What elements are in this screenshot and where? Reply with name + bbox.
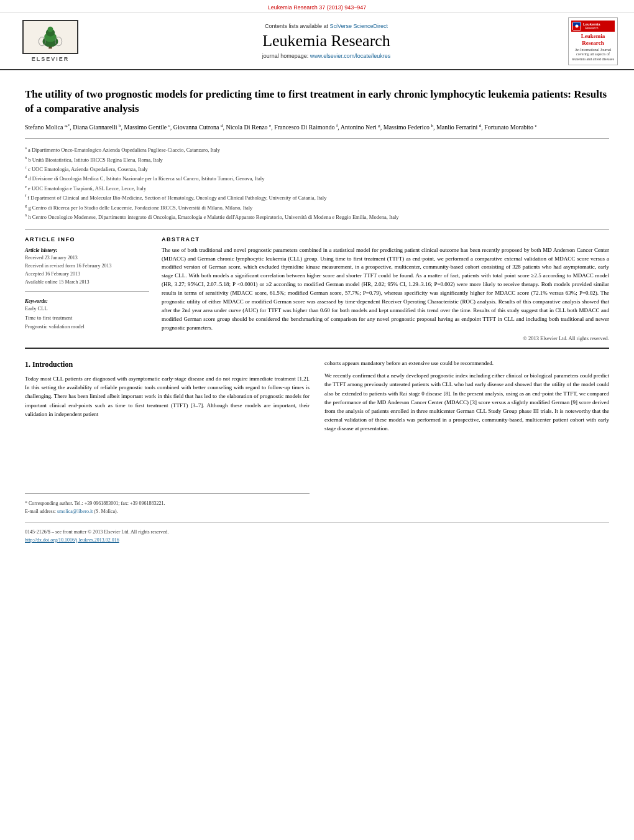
homepage-line: journal homepage: www.elsevier.com/locat… — [262, 53, 391, 59]
journal-logo-area: Leukemia Research LeukemiaResearch An In… — [562, 17, 624, 65]
divider-affiliations — [25, 138, 609, 139]
homepage-url[interactable]: www.elsevier.com/locate/leukres — [310, 53, 391, 59]
body-col-left: 1. Introduction Today most CLL patients … — [25, 359, 310, 516]
accepted-date: Accepted 16 February 2013 — [25, 270, 149, 279]
lr-logo-header: Leukemia Research — [571, 21, 615, 32]
email-name: (S. Molica). — [94, 509, 117, 514]
elsevier-logo-area: ELSEVIER — [10, 17, 91, 65]
email-label: E-mail address: — [25, 509, 56, 514]
abstract-column: ABSTRACT The use of both traditional and… — [162, 236, 609, 341]
received-date: Received 23 January 2013 — [25, 254, 149, 262]
keywords-label: Keywords: — [25, 298, 149, 304]
article-info-block: Article history: Received 23 January 201… — [25, 246, 149, 287]
corresponding-author-note: * Corresponding author. Tel.: +39 096188… — [25, 500, 310, 516]
abstract-heading: ABSTRACT — [162, 236, 609, 242]
keywords-block: Keywords: Early CLL Time to first treatm… — [25, 298, 149, 331]
affiliation-f: f f Department of Clinical and Molecular… — [25, 193, 609, 202]
affiliation-e: e e UOC Ematologia e Trapianti, ASL Lecc… — [25, 183, 609, 193]
available-date: Available online 15 March 2013 — [25, 279, 149, 287]
affiliation-d: d d Divisione di Oncologia Medica C, Ist… — [25, 173, 609, 183]
tree-icon — [35, 25, 66, 50]
journal-header-center: Contents lists available at SciVerse Sci… — [91, 17, 562, 65]
contents-text: Contents lists available at — [265, 23, 330, 29]
affiliation-g: g g Centro di Ricerca per lo Studio dell… — [25, 203, 609, 212]
footnote-area: * Corresponding author. Tel.: +39 096188… — [25, 493, 310, 516]
intro-heading: 1. Introduction — [25, 359, 310, 371]
doi-link: http://dx.doi.org/10.1016/j.leukres.2013… — [25, 537, 609, 543]
body-col-right: cohorts appears mandatory before an exte… — [324, 359, 609, 516]
affiliations: a a Dipartimento Onco-Ematologico Aziend… — [25, 145, 609, 221]
article-title: The utility of two prognostic models for… — [25, 88, 609, 116]
lr-flag-icon — [573, 22, 581, 30]
history-label: Article history: — [25, 246, 149, 255]
affiliation-c: c c UOC Ematologia, Azienda Ospedaliera,… — [25, 164, 609, 173]
license-text: 0145-2126/$ – see front matter © 2013 El… — [25, 529, 609, 535]
abstract-copyright: © 2013 Elsevier Ltd. All rights reserved… — [162, 335, 609, 341]
page-footer: 0145-2126/$ – see front matter © 2013 El… — [25, 522, 609, 543]
svg-point-4 — [48, 27, 53, 32]
leukemia-logo-box: Leukemia Research LeukemiaResearch An In… — [568, 17, 618, 65]
divider-keywords — [25, 291, 149, 292]
received-revised-date: Received in revised form 16 February 201… — [25, 262, 149, 270]
elsevier-tree-logo — [22, 20, 78, 54]
keyword-2: Time to first treatment — [25, 313, 149, 322]
page: Leukemia Research 37 (2013) 943–947 — [0, 0, 634, 840]
authors-line: Stefano Molica a,*, Diana Giannarelli b,… — [25, 122, 609, 132]
journal-title: Leukemia Research — [262, 32, 390, 50]
body-two-col: 1. Introduction Today most CLL patients … — [25, 359, 609, 516]
lr-small: An International Journalcovering all asp… — [571, 48, 615, 62]
divider-article-info — [25, 229, 609, 230]
corresponding-text: * Corresponding author. Tel.: +39 096188… — [25, 501, 165, 506]
article-info-column: ARTICLE INFO Article history: Received 2… — [25, 236, 149, 341]
affiliation-h: h h Centro Oncologico Modenese, Dipartim… — [25, 212, 609, 221]
main-content: The utility of two prognostic models for… — [0, 70, 634, 549]
contents-line: Contents lists available at SciVerse Sci… — [265, 23, 388, 29]
journal-citation: Leukemia Research 37 (2013) 943–947 — [268, 4, 367, 11]
keyword-3: Prognostic validation model — [25, 322, 149, 331]
journal-header: ELSEVIER Contents lists available at Sci… — [0, 12, 634, 70]
footnote-divider — [25, 493, 310, 494]
svg-point-9 — [576, 25, 579, 28]
article-info-heading: ARTICLE INFO — [25, 236, 149, 242]
journal-top-bar: Leukemia Research 37 (2013) 943–947 — [0, 0, 634, 12]
article-info-abstract: ARTICLE INFO Article history: Received 2… — [25, 236, 609, 341]
affiliation-a: a a Dipartimento Onco-Ematologico Aziend… — [25, 145, 609, 154]
lr-title: LeukemiaResearch — [571, 33, 615, 47]
doi-url[interactable]: http://dx.doi.org/10.1016/j.leukres.2013… — [25, 537, 119, 543]
divider-body — [25, 348, 609, 349]
keyword-1: Early CLL — [25, 304, 149, 313]
elsevier-text: ELSEVIER — [32, 56, 70, 62]
homepage-label: journal homepage: — [262, 53, 309, 59]
authors-text: Stefano Molica a,*, Diana Giannarelli b,… — [25, 124, 537, 131]
sciverse-link[interactable]: SciVerse ScienceDirect — [330, 23, 388, 29]
abstract-text: The use of both traditional and novel pr… — [162, 246, 609, 333]
intro-para2: cohorts appears mandatory before an exte… — [324, 359, 609, 367]
elsevier-logo: ELSEVIER — [22, 20, 78, 62]
intro-para1: Today most CLL patients are diagnosed wi… — [25, 374, 310, 418]
email-link[interactable]: smolica@libero.it — [57, 509, 93, 514]
affiliation-b: b b Unità Biostatistica, Istituto IRCCS … — [25, 155, 609, 164]
intro-para3: We recently confirmed that a newly devel… — [324, 371, 609, 433]
